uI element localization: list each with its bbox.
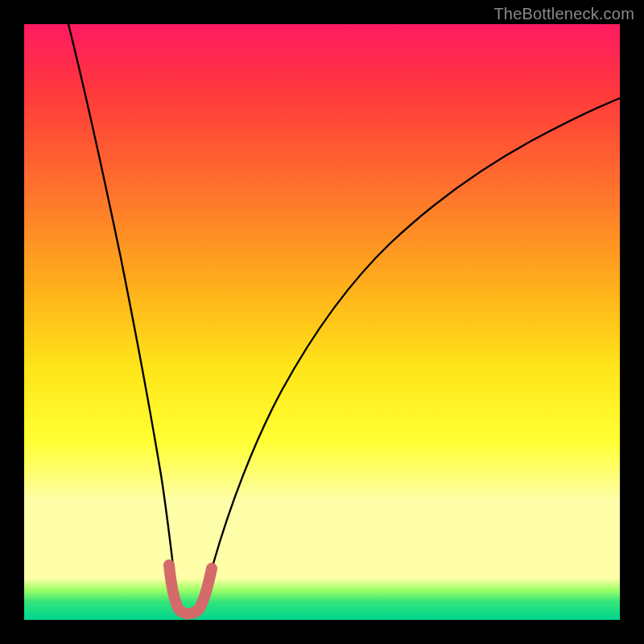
curve-layer (24, 24, 620, 620)
bottleneck-curve (68, 24, 620, 611)
sweet-spot-marker (169, 565, 212, 613)
chart-frame: TheBottleneck.com (0, 0, 644, 644)
plot-area (24, 24, 620, 620)
watermark: TheBottleneck.com (493, 5, 634, 23)
